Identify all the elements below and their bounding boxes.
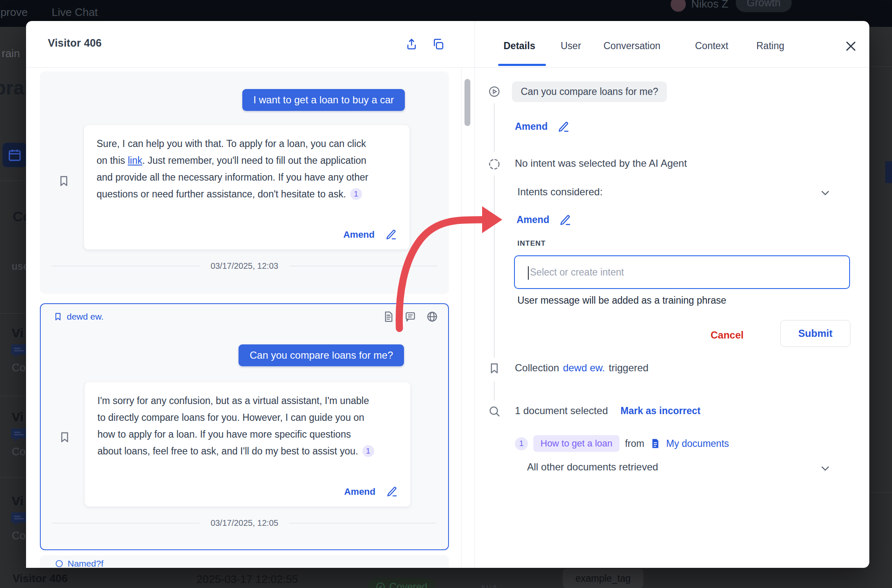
export-icon[interactable] bbox=[405, 38, 418, 50]
collection-link[interactable]: dewd ew. bbox=[563, 362, 605, 374]
bot-message-text: Sure, I can help you with that. To apply… bbox=[97, 135, 374, 202]
active-tab-indicator bbox=[498, 64, 546, 66]
bookmark-icon[interactable] bbox=[58, 431, 71, 444]
divider-line bbox=[289, 266, 437, 266]
timeline-connector bbox=[494, 381, 495, 401]
amend-label: Amend bbox=[343, 229, 375, 240]
divider bbox=[870, 66, 892, 67]
intents-considered-label: Intents considered: bbox=[517, 186, 603, 198]
tab-context[interactable]: Context bbox=[695, 40, 728, 52]
divider bbox=[475, 21, 475, 568]
document-selected-row: 1 document selected Mark as incorrect bbox=[515, 405, 700, 417]
nav-item-improve: Improve bbox=[0, 6, 28, 19]
scrollbar-thumb[interactable] bbox=[464, 79, 470, 126]
table-cell-visitor-name: Visitor 406 bbox=[13, 572, 68, 585]
play-message-icon[interactable] bbox=[488, 85, 501, 98]
bot-message-text: I'm sorry for any confusion, but as a vi… bbox=[97, 392, 375, 459]
transcript-icon[interactable] bbox=[404, 311, 416, 323]
tab-rating[interactable]: Rating bbox=[756, 40, 784, 52]
intent-select-field bbox=[514, 255, 850, 289]
copy-icon[interactable] bbox=[432, 38, 444, 50]
close-icon[interactable] bbox=[844, 39, 858, 53]
bot-text: I'm sorry for any confusion, but as a vi… bbox=[97, 395, 369, 457]
chevron-down-icon[interactable] bbox=[819, 462, 832, 475]
divider bbox=[0, 313, 26, 314]
table-cell-timestamp: 2025-03-17 12:02:55 bbox=[197, 573, 298, 586]
intent-helper-text: User message will be added as a training… bbox=[517, 295, 726, 306]
divider bbox=[461, 68, 462, 568]
intent-input[interactable] bbox=[517, 259, 845, 286]
user-message-bubble: I want to get a loan to buy a car bbox=[242, 89, 405, 111]
amend-action[interactable]: Amend bbox=[343, 229, 397, 240]
source-count-badge: 1 bbox=[362, 445, 374, 457]
amend-intent-action[interactable]: Amend bbox=[517, 214, 571, 226]
tab-user[interactable]: User bbox=[561, 40, 581, 52]
background-row-name: Vi bbox=[12, 410, 24, 424]
all-other-documents-toggle[interactable]: All other documents retrieved bbox=[527, 461, 658, 473]
intent-target-icon bbox=[488, 158, 501, 171]
status-badge: Covered bbox=[368, 578, 435, 588]
bookmark-icon bbox=[53, 312, 63, 321]
tab-details[interactable]: Details bbox=[504, 40, 535, 52]
bot-message-card: Sure, I can help you with that. To apply… bbox=[84, 125, 409, 249]
message-group-clipped: Named?f bbox=[40, 555, 449, 568]
document-rank-badge: 1 bbox=[515, 437, 528, 450]
my-documents-link[interactable]: My documents bbox=[666, 438, 729, 449]
avatar bbox=[671, 0, 686, 12]
conversation-pane: I want to get a loan to buy a car Sure, … bbox=[26, 68, 475, 568]
screen: Improve Live Chat Nikos Z Growth rain br… bbox=[0, 0, 892, 588]
document-detail-row: 1 How to get a loan from My documents bbox=[515, 435, 729, 452]
document-icon[interactable] bbox=[383, 311, 394, 323]
search-icon bbox=[488, 405, 501, 417]
date-label: 03/17/2025, 12:05 bbox=[210, 518, 278, 528]
amend-message-action[interactable]: Amend bbox=[515, 121, 569, 132]
collection-link[interactable]: dewd ew. bbox=[53, 312, 104, 322]
globe-icon[interactable] bbox=[426, 311, 438, 323]
chevron-down-icon[interactable] bbox=[819, 186, 832, 199]
amend-action[interactable]: Amend bbox=[344, 486, 398, 497]
date-divider: 03/17/2025, 12:05 bbox=[41, 518, 448, 528]
tab-conversation[interactable]: Conversation bbox=[603, 40, 661, 52]
background-row-sub: Co bbox=[12, 529, 26, 542]
divider bbox=[0, 181, 26, 181]
collection-name: Named?f bbox=[68, 559, 103, 568]
date-divider: 03/17/2025, 12:03 bbox=[40, 261, 449, 271]
submit-button[interactable]: Submit bbox=[780, 320, 850, 347]
group-header: dewd ew. bbox=[53, 311, 438, 323]
amend-label: Amend bbox=[517, 214, 549, 226]
table-cell-na: N/A bbox=[481, 583, 498, 588]
bot-message-card: I'm sorry for any confusion, but as a vi… bbox=[85, 382, 410, 507]
source-count-badge: 1 bbox=[350, 188, 362, 200]
tag-chip: example_tag bbox=[563, 569, 643, 588]
quoted-user-message: Can you compare loans for me? bbox=[512, 81, 667, 102]
from-label: from bbox=[625, 438, 644, 449]
calendar-tile bbox=[3, 143, 27, 167]
cancel-button[interactable]: Cancel bbox=[711, 329, 744, 341]
document-selected-label: 1 document selected bbox=[515, 405, 608, 417]
calendar-icon bbox=[8, 148, 22, 162]
document-icon bbox=[650, 438, 661, 449]
covered-status-icon bbox=[375, 582, 386, 588]
collection-post: triggered bbox=[609, 362, 648, 374]
nav-item-live-chat: Live Chat bbox=[52, 6, 98, 19]
amend-label: Amend bbox=[344, 486, 375, 497]
collection-triggered-row: Collection dewd ew. triggered bbox=[515, 362, 648, 374]
status-label: Covered bbox=[389, 581, 428, 588]
collection-link[interactable]: Named?f bbox=[55, 559, 103, 568]
group-toolbar bbox=[383, 311, 438, 323]
document-title-chip[interactable]: How to get a loan bbox=[533, 435, 619, 452]
user-message-bubble: Can you compare loans for me? bbox=[239, 344, 404, 366]
edit-pencil-icon bbox=[386, 486, 398, 497]
collection-pre: Collection bbox=[515, 362, 559, 374]
background-row-name: Vi bbox=[12, 494, 24, 508]
background-row-name: Vi bbox=[12, 326, 24, 340]
divider-line bbox=[52, 523, 199, 523]
background-button-fragment bbox=[885, 161, 892, 183]
text-caret bbox=[528, 266, 529, 280]
bookmark-icon[interactable] bbox=[58, 175, 70, 187]
date-label: 03/17/2025, 12:03 bbox=[210, 261, 278, 271]
intent-field-label: INTENT bbox=[517, 239, 546, 248]
inline-link[interactable]: link bbox=[128, 155, 142, 166]
message-group: I want to get a loan to buy a car Sure, … bbox=[40, 71, 449, 294]
mark-as-incorrect-link[interactable]: Mark as incorrect bbox=[620, 405, 700, 417]
